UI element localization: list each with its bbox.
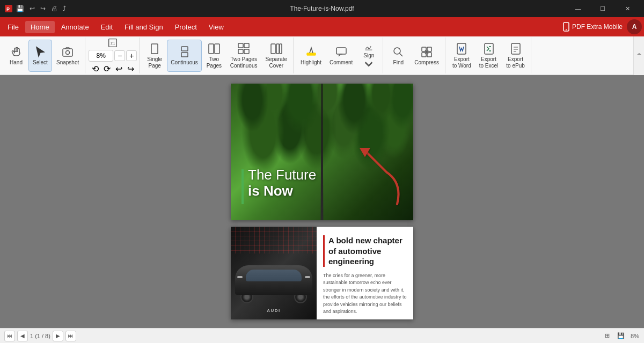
find-label: Find	[393, 59, 404, 66]
export-to-excel-button[interactable]: Exportto Excel	[475, 40, 502, 72]
sign-dropdown-icon	[362, 60, 375, 69]
menu-item-edit[interactable]: Edit	[96, 21, 118, 33]
zoom-in-button[interactable]: +	[126, 50, 137, 61]
toolbar-collapse-button[interactable]	[633, 36, 644, 75]
svg-rect-21	[336, 48, 346, 54]
main-content: The Future is Now	[0, 75, 644, 328]
toolbar-export-group: Exportto Word Exportto Excel Exportto eP…	[447, 38, 531, 73]
red-accent-bar	[323, 235, 325, 267]
svg-rect-10	[181, 53, 188, 57]
page2-body-text: The cries for a greener, more sustainabl…	[323, 272, 407, 316]
find-button[interactable]: Find	[386, 40, 410, 72]
snapshot-tool-button[interactable]: Snapshot	[53, 40, 83, 72]
page1-title-line2: is Now	[248, 183, 316, 199]
menu-item-protect[interactable]: Protect	[170, 21, 202, 33]
zoom-input[interactable]: 8%	[89, 50, 113, 62]
pdf-page-2: AUDI A bold new chapter of automotive en…	[231, 227, 413, 319]
toolbar-navigation-group: Hand Select Snapshot	[2, 38, 85, 73]
continuous-label: Continuous	[171, 59, 198, 66]
compress-button[interactable]: Compress	[411, 40, 443, 72]
zoom-status: 8%	[630, 331, 640, 341]
undo-view-button[interactable]: ↩	[113, 64, 124, 74]
app-icon: P	[4, 4, 13, 13]
undo-icon[interactable]: ↩	[30, 5, 35, 12]
car-bg: AUDI	[231, 227, 317, 319]
car-silhouette	[235, 265, 312, 303]
two-pages-button[interactable]: TwoPages	[202, 40, 226, 72]
svg-point-3	[566, 29, 567, 31]
close-button[interactable]: ✕	[615, 0, 640, 17]
headlight-left	[237, 276, 243, 278]
svg-rect-12	[215, 44, 219, 54]
next-page-button[interactable]: ▶	[53, 331, 63, 341]
page1-title: The Future is Now	[248, 167, 316, 199]
svg-rect-8	[151, 44, 158, 54]
export-excel-label: Exportto Excel	[479, 56, 499, 69]
last-page-button[interactable]: ⏭	[65, 331, 76, 341]
user-avatar[interactable]: A	[627, 19, 642, 34]
svg-rect-16	[244, 49, 249, 54]
zoom-group: 1:1 8% − + ⟲ ⟳ ↩ ↪	[86, 38, 140, 73]
export-to-epub-button[interactable]: Exportto ePub	[502, 40, 528, 72]
save-icon[interactable]: 💾	[16, 5, 24, 12]
export-word-label: Exportto Word	[452, 56, 471, 69]
fit-page-icon[interactable]: ⊞	[602, 331, 612, 341]
rotate-right-button[interactable]: ⟳	[101, 64, 112, 74]
save-status-icon[interactable]: 💾	[616, 331, 626, 341]
zoom-out-button[interactable]: −	[114, 50, 125, 61]
select-tool-label: Select	[33, 59, 48, 66]
toolbar: Hand Select Snapshot 1:1 8% −	[0, 36, 644, 75]
comment-button[interactable]: Comment	[326, 40, 356, 72]
single-page-label: SinglePage	[147, 56, 162, 69]
maximize-button[interactable]: ☐	[590, 0, 615, 17]
print-icon[interactable]: 🖨	[51, 5, 57, 12]
minimize-button[interactable]: —	[566, 0, 590, 17]
svg-rect-18	[276, 44, 279, 54]
menu-item-home[interactable]: Home	[25, 21, 55, 33]
page2-car-image: AUDI	[231, 227, 317, 319]
menu-item-fill-and-sign[interactable]: Fill and Sign	[119, 21, 169, 33]
page-info: 1 (1 / 8)	[30, 333, 50, 339]
redo-view-button[interactable]: ↪	[125, 64, 136, 74]
green-accent-bar	[241, 169, 244, 204]
window-controls: — ☐ ✕	[566, 0, 640, 17]
hand-tool-button[interactable]: Hand	[4, 40, 28, 72]
two-pages-continuous-button[interactable]: Two PagesContinuous	[226, 40, 261, 72]
sign-button[interactable]: Sign	[357, 40, 380, 72]
redo-icon[interactable]: ↪	[40, 5, 46, 12]
prev-page-button[interactable]: ◀	[17, 331, 28, 341]
pdf-viewer[interactable]: The Future is Now	[0, 75, 644, 328]
separate-cover-button[interactable]: SeparateCover	[261, 40, 291, 72]
menu-item-annotate[interactable]: Annotate	[56, 21, 94, 33]
svg-rect-9	[181, 47, 188, 51]
continuous-button[interactable]: Continuous	[167, 40, 202, 72]
svg-rect-19	[280, 44, 282, 54]
rotate-left-button[interactable]: ⟲	[90, 64, 100, 74]
menu-item-view[interactable]: View	[203, 21, 229, 33]
export-to-word-button[interactable]: Exportto Word	[449, 40, 475, 72]
first-page-button[interactable]: ⏮	[4, 331, 15, 341]
highlight-button[interactable]: Highlight	[297, 40, 325, 72]
menu-bar: File Home Annotate Edit Fill and Sign Pr…	[0, 17, 644, 36]
svg-rect-11	[209, 44, 214, 54]
select-tool-button[interactable]: Select	[28, 40, 52, 72]
single-page-button[interactable]: SinglePage	[143, 40, 166, 72]
two-pages-label: TwoPages	[207, 56, 222, 69]
hand-tool-label: Hand	[10, 59, 23, 66]
svg-text:1:1: 1:1	[111, 41, 115, 44]
page2-heading-wrap: A bold new chapter of automotive enginee…	[323, 235, 407, 267]
share-icon[interactable]: ⤴	[63, 5, 66, 12]
actual-size-icon: 1:1	[107, 37, 119, 49]
menu-item-file[interactable]: File	[2, 21, 24, 33]
svg-point-5	[66, 50, 70, 54]
two-pages-cont-label: Two PagesContinuous	[230, 56, 258, 69]
svg-line-24	[400, 53, 403, 56]
windshield	[246, 270, 302, 281]
grid-pattern	[231, 227, 317, 253]
audi-logo: AUDI	[267, 308, 281, 313]
toolbar-annotation-group: Highlight Comment Sign	[295, 38, 383, 73]
page2-text: A bold new chapter of automotive enginee…	[317, 227, 413, 319]
toolbar-view-modes-group: SinglePage Continuous TwoPages Two Pag	[141, 38, 294, 73]
pdf-page-1: The Future is Now	[231, 84, 413, 220]
page-navigation: ⏮ ◀ 1 (1 / 8) ▶ ⏭	[4, 331, 76, 341]
